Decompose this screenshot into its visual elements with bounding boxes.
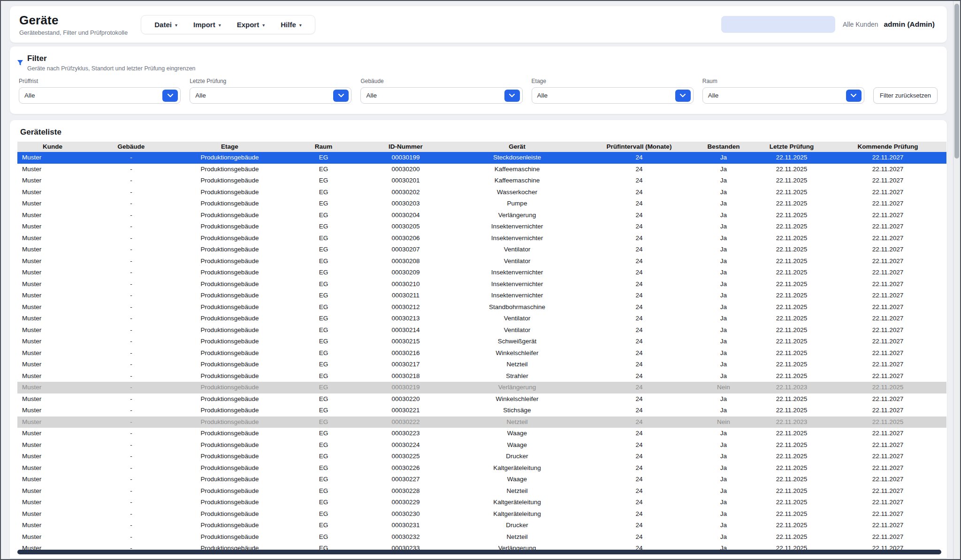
cell-geraet: Insektenvernichter (449, 221, 585, 233)
table-row[interactable]: Muster-ProduktionsgebäudeEG00030202Wasse… (17, 187, 946, 198)
chevron-down-icon[interactable] (162, 90, 178, 102)
cell-raum: EG (285, 175, 362, 187)
cell-kunde: Muster (17, 508, 88, 520)
raum-value: Alle (708, 92, 846, 99)
cell-kommende: 22.11.2027 (829, 175, 946, 187)
cell-bestanden: Ja (693, 198, 754, 210)
vertical-scrollbar-thumb[interactable] (954, 4, 959, 159)
cell-raum: EG (285, 256, 362, 267)
column-header-kunde: Kunde (17, 142, 88, 152)
table-row[interactable]: Muster-ProduktionsgebäudeEG00030201Kaffe… (17, 175, 946, 187)
vertical-scrollbar[interactable] (953, 1, 960, 559)
search-input[interactable] (721, 16, 835, 33)
table-row[interactable]: Muster-ProduktionsgebäudeEG00030221Stich… (17, 405, 946, 416)
cell-intervall: 24 (585, 497, 693, 508)
cell-id: 00030222 (362, 416, 449, 428)
reset-filter-button[interactable]: Filter zurücksetzen (873, 87, 938, 104)
table-row[interactable]: Muster-ProduktionsgebäudeEG00030231Druck… (17, 520, 946, 531)
cell-geraet: Winkelschleifer (449, 348, 585, 359)
cell-id: 00030220 (362, 394, 449, 405)
table-row[interactable]: Muster-ProduktionsgebäudeEG00030230Kaltg… (17, 508, 946, 520)
table-row[interactable]: Muster-ProduktionsgebäudeEG00030228Netzt… (17, 485, 946, 497)
table-row[interactable]: Muster-ProduktionsgebäudeEG00030232Netzt… (17, 531, 946, 543)
cell-letzte: 22.11.2023 (754, 416, 829, 428)
table-row[interactable]: Muster-ProduktionsgebäudeEG00030208Venti… (17, 256, 946, 267)
cell-etage: Produktionsgebäude (175, 394, 285, 405)
table-row[interactable]: Muster-ProduktionsgebäudeEG00030216Winke… (17, 348, 946, 359)
cell-gebaeude: - (88, 187, 175, 198)
letzte-pruefung-select[interactable]: Alle (190, 87, 351, 104)
cell-kommende: 22.11.2027 (829, 451, 946, 462)
table-row[interactable]: Muster-ProduktionsgebäudeEG00030209Insek… (17, 267, 946, 279)
menu-export[interactable]: Export ▾ (237, 21, 265, 29)
cell-gebaeude: - (88, 313, 175, 325)
table-row[interactable]: Muster-ProduktionsgebäudeEG00030205Insek… (17, 221, 946, 233)
cell-id: 00030205 (362, 221, 449, 233)
raum-label: Raum (702, 78, 864, 84)
menu-datei[interactable]: Datei ▾ (154, 21, 177, 29)
cell-id: 00030207 (362, 244, 449, 256)
cell-bestanden: Nein (693, 382, 754, 394)
cell-kunde: Muster (17, 221, 88, 233)
cell-bestanden: Ja (693, 152, 754, 164)
cell-letzte: 22.11.2025 (754, 187, 829, 198)
cell-kunde: Muster (17, 474, 88, 485)
chevron-down-icon[interactable] (333, 90, 349, 102)
cell-letzte: 22.11.2025 (754, 198, 829, 210)
gebaeude-label: Gebäude (360, 78, 522, 84)
cell-kunde: Muster (17, 244, 88, 256)
table-row[interactable]: Muster-ProduktionsgebäudeEG00030223Waage… (17, 428, 946, 439)
cell-etage: Produktionsgebäude (175, 508, 285, 520)
filter-head: Filter Geräte nach Prüfzyklus, Standort … (17, 54, 938, 72)
cell-gebaeude: - (88, 210, 175, 221)
cell-gebaeude: - (88, 371, 175, 382)
table-row[interactable]: Muster-ProduktionsgebäudeEG00030213Venti… (17, 313, 946, 325)
table-row[interactable]: Muster-ProduktionsgebäudeEG00030218Strah… (17, 371, 946, 382)
table-row[interactable]: Muster-ProduktionsgebäudeEG00030229Kaltg… (17, 497, 946, 508)
table-row[interactable]: Muster-ProduktionsgebäudeEG00030199Steck… (17, 152, 946, 164)
table-row[interactable]: Muster-ProduktionsgebäudeEG00030206Insek… (17, 233, 946, 244)
raum-select[interactable]: Alle (702, 87, 864, 104)
chevron-down-icon[interactable] (846, 90, 862, 102)
table-row[interactable]: Muster-ProduktionsgebäudeEG00030215Schwe… (17, 336, 946, 348)
menu-hilfe[interactable]: Hilfe ▾ (281, 21, 302, 29)
table-row[interactable]: Muster-ProduktionsgebäudeEG00030225Druck… (17, 451, 946, 462)
table-row[interactable]: Muster-ProduktionsgebäudeEG00030214Venti… (17, 325, 946, 336)
table-row[interactable]: Muster-ProduktionsgebäudeEG00030203Pumpe… (17, 198, 946, 210)
table-row[interactable]: Muster-ProduktionsgebäudeEG00030219Verlä… (17, 382, 946, 394)
cell-kunde: Muster (17, 405, 88, 416)
cell-raum: EG (285, 302, 362, 313)
table-row[interactable]: Muster-ProduktionsgebäudeEG00030226Kaltg… (17, 462, 946, 474)
prueffrist-select[interactable]: Alle (19, 87, 181, 104)
cell-id: 00030206 (362, 233, 449, 244)
table-row[interactable]: Muster-ProduktionsgebäudeEG00030212Stand… (17, 302, 946, 313)
table-row[interactable]: Muster-ProduktionsgebäudeEG00030200Kaffe… (17, 164, 946, 175)
cell-geraet: Ventilator (449, 325, 585, 336)
cell-gebaeude: - (88, 416, 175, 428)
table-row[interactable]: Muster-ProduktionsgebäudeEG00030222Netzt… (17, 416, 946, 428)
cell-etage: Produktionsgebäude (175, 428, 285, 439)
table-row[interactable]: Muster-ProduktionsgebäudeEG00030227Waage… (17, 474, 946, 485)
table-row[interactable]: Muster-ProduktionsgebäudeEG00030220Winke… (17, 394, 946, 405)
cell-gebaeude: - (88, 325, 175, 336)
cell-bestanden: Ja (693, 531, 754, 543)
chevron-down-icon[interactable] (675, 90, 691, 102)
horizontal-scrollbar[interactable] (17, 550, 941, 554)
cell-kunde: Muster (17, 531, 88, 543)
cell-letzte: 22.11.2023 (754, 382, 829, 394)
menu-import[interactable]: Import ▾ (193, 21, 221, 29)
gebaeude-select[interactable]: Alle (360, 87, 522, 104)
table-row[interactable]: Muster-ProduktionsgebäudeEG00030224Waage… (17, 439, 946, 451)
cell-gebaeude: - (88, 439, 175, 451)
column-header-letzte-pruefung: Letzte Prüfung (754, 142, 829, 152)
table-row[interactable]: Muster-ProduktionsgebäudeEG00030210Insek… (17, 279, 946, 290)
cell-bestanden: Ja (693, 394, 754, 405)
table-row[interactable]: Muster-ProduktionsgebäudeEG00030217Netzt… (17, 359, 946, 371)
chevron-down-icon[interactable] (504, 90, 520, 102)
cell-raum: EG (285, 233, 362, 244)
cell-geraet: Netzteil (449, 359, 585, 371)
table-row[interactable]: Muster-ProduktionsgebäudeEG00030207Venti… (17, 244, 946, 256)
etage-select[interactable]: Alle (532, 87, 694, 104)
table-row[interactable]: Muster-ProduktionsgebäudeEG00030211Insek… (17, 290, 946, 302)
table-row[interactable]: Muster-ProduktionsgebäudeEG00030204Verlä… (17, 210, 946, 221)
